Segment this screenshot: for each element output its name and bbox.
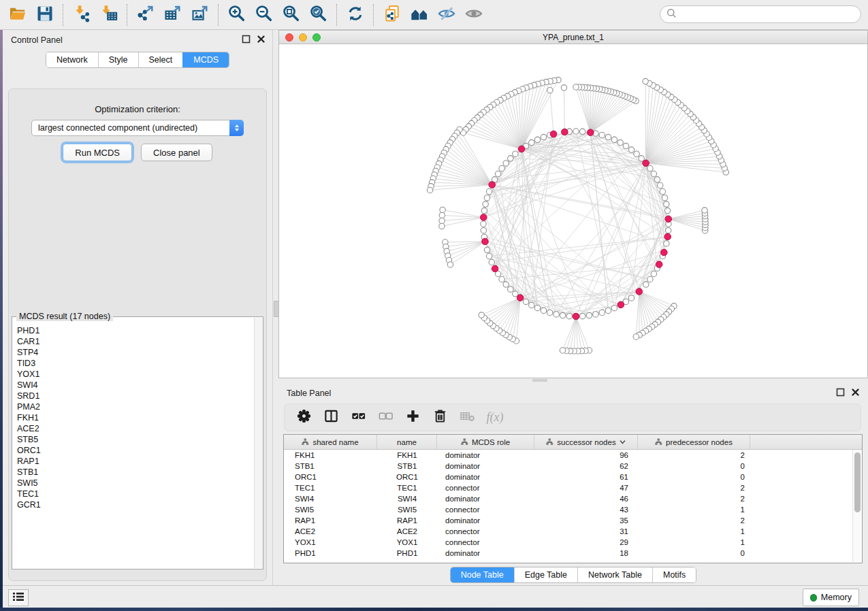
table-scrollbar[interactable] <box>852 450 861 562</box>
refresh-button[interactable] <box>342 3 369 27</box>
mcds-result-item[interactable]: TID3 <box>17 358 254 369</box>
table-row[interactable]: ACE2ACE2connector311 <box>284 526 862 537</box>
table-row[interactable]: FKH1FKH1dominator962 <box>284 450 862 461</box>
mcds-result-item[interactable]: STB1 <box>17 467 254 478</box>
select-all-button[interactable] <box>346 407 370 429</box>
horizontal-splitter-grip[interactable] <box>532 379 547 382</box>
table-row[interactable]: STB1STB1dominator620 <box>284 461 862 472</box>
node-table: shared namenameMCDS rolesuccessor nodesp… <box>283 434 863 563</box>
status-bar: Memory <box>0 585 868 608</box>
columns-button[interactable] <box>319 407 343 429</box>
cell-shared-name: ACE2 <box>284 527 377 535</box>
mcds-result-item[interactable]: PMA2 <box>17 401 254 412</box>
main-toolbar <box>0 0 868 30</box>
column-header-shared-name[interactable]: shared name <box>284 435 377 449</box>
settings-icon <box>296 408 312 427</box>
close-panel-button[interactable]: Close panel <box>141 144 212 161</box>
column-label: MCDS role <box>472 438 510 446</box>
import-network-button[interactable] <box>68 3 95 27</box>
search-icon <box>666 8 677 21</box>
column-header-predecessor-nodes[interactable]: predecessor nodes <box>638 435 750 449</box>
table-scrollbar-thumb[interactable] <box>854 452 861 512</box>
table-row[interactable]: SWI4SWI4dominator462 <box>284 493 862 504</box>
tab-network[interactable]: Network <box>46 52 98 67</box>
hide-selected-button[interactable] <box>433 3 460 27</box>
mcds-result-item[interactable]: RAP1 <box>17 456 254 467</box>
mcds-list-scrollbar[interactable] <box>254 318 263 568</box>
optimization-criterion-dropdown[interactable]: largest connected component (undirected) <box>31 120 244 136</box>
export-network-button[interactable] <box>132 3 159 27</box>
tab-node-table[interactable]: Node Table <box>451 567 514 582</box>
mcds-result-item[interactable]: SWI5 <box>17 478 254 489</box>
mcds-result-item[interactable]: SWI4 <box>17 380 254 391</box>
export-network-icon <box>136 4 155 26</box>
mcds-result-item[interactable]: FKH1 <box>17 412 254 423</box>
cell-MCDS-role: dominator <box>437 462 534 470</box>
add-row-button[interactable] <box>400 407 425 429</box>
settings-button[interactable] <box>291 407 316 429</box>
table-row[interactable]: YOX1YOX1connector291 <box>284 537 862 548</box>
mcds-result-item[interactable]: CAR1 <box>17 336 254 347</box>
cell-MCDS-role: connector <box>437 506 534 514</box>
cell-predecessor-nodes: 2 <box>638 484 750 492</box>
cell-name: YOX1 <box>377 538 437 546</box>
tab-style[interactable]: Style <box>98 52 138 67</box>
first-neighbors-button[interactable] <box>406 3 433 27</box>
mcds-result-item[interactable]: SRD1 <box>17 391 254 401</box>
zoom-selected-button[interactable] <box>305 3 332 27</box>
zoom-in-button[interactable] <box>223 3 251 27</box>
tab-motifs[interactable]: Motifs <box>652 567 696 582</box>
columns-icon <box>323 408 339 427</box>
mcds-result-item[interactable]: PHD1 <box>17 325 254 336</box>
float-panel-icon[interactable] <box>242 34 251 46</box>
cell-successor-nodes: 43 <box>534 506 638 514</box>
cell-predecessor-nodes: 0 <box>638 473 750 481</box>
column-header-name[interactable]: name <box>377 435 437 449</box>
column-header-successor-nodes[interactable]: successor nodes <box>534 435 638 449</box>
export-image-icon <box>191 4 210 26</box>
mcds-result-item[interactable]: ACE2 <box>17 423 254 434</box>
mcds-result-item[interactable]: ORC1 <box>17 445 254 456</box>
mcds-result-item[interactable]: STP4 <box>17 347 254 358</box>
cell-predecessor-nodes: 2 <box>638 516 750 525</box>
table-row[interactable]: RAP1RAP1dominator352 <box>284 515 862 526</box>
open-file-icon <box>8 4 27 26</box>
open-file-button[interactable] <box>4 3 31 27</box>
delete-rows-button[interactable] <box>428 407 452 429</box>
table-row[interactable]: TEC1TEC1connector472 <box>284 482 862 493</box>
mcds-result-item[interactable]: STB5 <box>17 434 254 445</box>
table-row[interactable]: PHD1PHD1dominator180 <box>284 548 862 559</box>
export-image-button[interactable] <box>187 3 214 27</box>
task-history-button[interactable] <box>8 589 29 606</box>
tab-edge-table[interactable]: Edge Table <box>514 567 577 582</box>
memory-button[interactable]: Memory <box>803 589 859 606</box>
mcds-result-item[interactable]: YOX1 <box>17 369 254 380</box>
show-all-button[interactable] <box>460 3 487 27</box>
table-row[interactable]: ORC1ORC1dominator610 <box>284 472 862 482</box>
float-table-panel-icon[interactable] <box>836 387 845 399</box>
select-all-icon <box>351 408 366 427</box>
mcds-result-item[interactable]: TEC1 <box>17 489 254 499</box>
zoom-fit-button[interactable] <box>278 3 305 27</box>
tab-select[interactable]: Select <box>138 52 183 67</box>
search-input[interactable] <box>677 7 861 22</box>
close-table-panel-icon[interactable] <box>851 387 860 399</box>
deselect-all-button[interactable] <box>373 407 398 429</box>
save-session-button[interactable] <box>31 3 59 27</box>
export-table-button[interactable] <box>159 3 187 27</box>
search-field[interactable] <box>660 5 861 23</box>
tab-mcds[interactable]: MCDS <box>182 52 229 67</box>
run-mcds-button[interactable]: Run MCDS <box>63 144 132 161</box>
cell-name: SWI4 <box>377 495 437 503</box>
column-header-MCDS-role[interactable]: MCDS role <box>437 435 534 449</box>
table-row[interactable]: SWI5SWI5connector431 <box>284 504 862 515</box>
mcds-result-item[interactable]: GCR1 <box>17 499 254 510</box>
zoom-out-button[interactable] <box>251 3 278 27</box>
close-panel-icon[interactable] <box>257 34 266 46</box>
dropdown-stepper-icon[interactable] <box>229 120 244 136</box>
import-table-button[interactable] <box>95 3 123 27</box>
network-canvas[interactable] <box>279 44 867 378</box>
cell-MCDS-role: connector <box>437 527 534 535</box>
tab-network-table[interactable]: Network Table <box>577 567 652 582</box>
copy-network-button[interactable] <box>379 3 406 27</box>
